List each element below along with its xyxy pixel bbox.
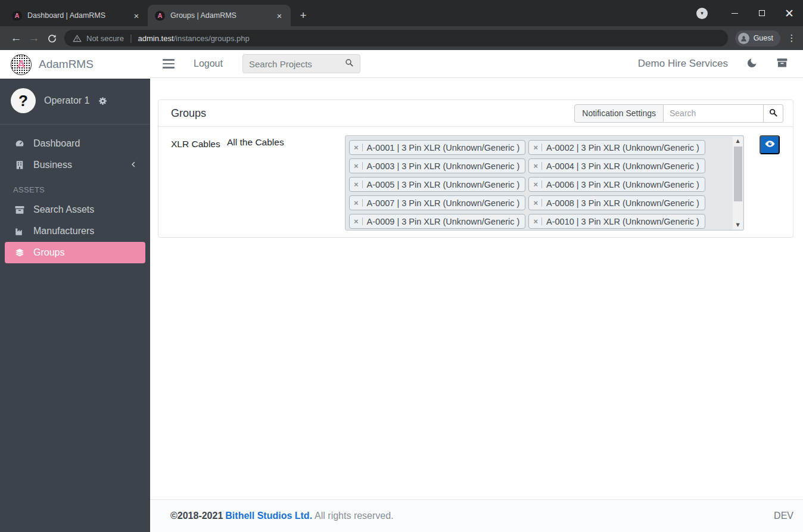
remove-tag-icon[interactable]: ×	[533, 162, 542, 170]
hamburger-menu-icon[interactable]	[163, 59, 175, 69]
browser-menu-icon[interactable]: ⋮	[786, 33, 797, 43]
asset-tag-label: A-0008 | 3 Pin XLR (Unknown/Generic )	[546, 198, 699, 208]
asset-tag: ×A-0006 | 3 Pin XLR (Unknown/Generic )	[528, 177, 705, 192]
brand-name: AdamRMS	[39, 58, 94, 71]
eye-icon	[764, 138, 776, 151]
remove-tag-icon[interactable]: ×	[354, 217, 363, 225]
tab-label: Dashboard | AdamRMS	[27, 11, 127, 20]
app-navbar: Logout Demo Hire Services	[150, 50, 803, 78]
window-close-button[interactable]: ✕	[776, 3, 803, 23]
adamrms-logo: A	[11, 54, 32, 75]
gear-icon[interactable]	[98, 96, 108, 106]
remove-tag-icon[interactable]: ×	[533, 144, 542, 151]
building-icon	[13, 160, 26, 170]
groups-search-button[interactable]	[764, 104, 783, 123]
sidebar-nav: Dashboard Business	[0, 125, 150, 263]
remove-tag-icon[interactable]: ×	[533, 181, 542, 188]
assets-scrollbar[interactable]: ▲ ▼	[733, 136, 743, 229]
project-search[interactable]	[242, 54, 360, 73]
new-tab-button[interactable]: +	[294, 7, 312, 24]
adamrms-favicon: A	[155, 11, 165, 21]
sidebar-item-label: Manufacturers	[33, 226, 94, 237]
url-divider: |	[130, 33, 132, 43]
tab-close-icon[interactable]: ×	[131, 10, 142, 21]
sidebar-item-search-assets[interactable]: Search Assets	[5, 199, 145, 220]
remove-tag-icon[interactable]: ×	[354, 199, 363, 207]
scroll-down-icon[interactable]: ▼	[733, 220, 743, 229]
tab-dashboard[interactable]: A Dashboard | AdamRMS ×	[5, 5, 148, 26]
asset-tag-label: A-0010 | 3 Pin XLR (Unknown/Generic )	[546, 217, 699, 226]
group-row: XLR Cables All the Cables ×A-0001 | 3 Pi…	[158, 127, 793, 237]
asset-tag-label: A-0009 | 3 Pin XLR (Unknown/Generic )	[367, 217, 520, 226]
window-maximize-button[interactable]	[748, 3, 776, 23]
remove-tag-icon[interactable]: ×	[354, 144, 363, 151]
search-icon	[768, 108, 778, 119]
tab-close-icon[interactable]: ×	[274, 10, 285, 21]
reload-icon	[47, 33, 57, 43]
tachometer-icon	[13, 138, 26, 149]
browser-window: A Dashboard | AdamRMS × A Groups | AdamR…	[0, 0, 803, 532]
scrollbar-thumb[interactable]	[734, 147, 742, 201]
user-name: Operator 1	[44, 95, 89, 106]
tab-label: Groups | AdamRMS	[170, 11, 270, 20]
sidebar-item-label: Business	[33, 160, 72, 170]
adamrms-favicon: A	[12, 11, 22, 21]
group-name: XLR Cables	[171, 135, 227, 152]
address-bar[interactable]: Not secure | admin.test /instances/group…	[64, 30, 728, 46]
company-link[interactable]: Bithell Studios Ltd.	[225, 511, 312, 521]
scrollbar-track[interactable]	[733, 145, 743, 220]
remove-tag-icon[interactable]: ×	[533, 217, 542, 225]
not-secure-warning-icon	[73, 34, 82, 43]
layers-icon	[13, 247, 26, 258]
reload-button[interactable]	[43, 29, 61, 47]
forward-button[interactable]: →	[25, 29, 43, 47]
asset-tag-label: A-0002 | 3 Pin XLR (Unknown/Generic )	[546, 143, 699, 153]
groups-search-input[interactable]	[664, 104, 764, 123]
url-path: /instances/groups.php	[174, 34, 250, 43]
sidebar-item-label: Groups	[33, 247, 64, 258]
asset-tag: ×A-0003 | 3 Pin XLR (Unknown/Generic )	[349, 158, 525, 173]
notification-settings-button[interactable]: Notification Settings	[574, 104, 664, 123]
asset-tag: ×A-0004 | 3 Pin XLR (Unknown/Generic )	[528, 158, 705, 173]
media-controls-button[interactable]: ▾	[696, 8, 708, 19]
remove-tag-icon[interactable]: ×	[354, 181, 363, 188]
browser-profile-button[interactable]: Guest	[735, 30, 780, 46]
remove-tag-icon[interactable]: ×	[533, 199, 542, 207]
app-footer: ©2018-2021 Bithell Studios Ltd. All righ…	[150, 499, 803, 532]
dark-mode-moon-icon[interactable]	[746, 57, 758, 71]
sidebar-item-label: Search Assets	[33, 204, 94, 215]
browser-tab-strip: A Dashboard | AdamRMS × A Groups | AdamR…	[0, 0, 803, 26]
asset-tag-label: A-0005 | 3 Pin XLR (Unknown/Generic )	[367, 180, 520, 189]
logout-link[interactable]: Logout	[194, 58, 223, 69]
asset-tag: ×A-0010 | 3 Pin XLR (Unknown/Generic )	[528, 214, 705, 229]
asset-tag-label: A-0001 | 3 Pin XLR (Unknown/Generic )	[367, 143, 520, 153]
back-button[interactable]: ←	[7, 29, 25, 47]
sidebar-item-groups[interactable]: Groups	[5, 242, 145, 263]
sidebar-item-business[interactable]: Business	[5, 154, 145, 176]
sidebar-item-manufacturers[interactable]: Manufacturers	[5, 220, 145, 242]
asset-tag: ×A-0001 | 3 Pin XLR (Unknown/Generic )	[349, 140, 525, 155]
instance-name: Demo Hire Services	[638, 58, 728, 70]
close-icon: ✕	[785, 8, 794, 19]
url-host: admin.test	[138, 34, 174, 43]
asset-tag-label: A-0007 | 3 Pin XLR (Unknown/Generic )	[367, 198, 520, 208]
copyright-years: ©2018-2021	[170, 511, 223, 521]
brand[interactable]: A AdamRMS	[0, 50, 150, 79]
view-group-button[interactable]	[760, 135, 780, 154]
group-description: All the Cables	[227, 135, 345, 148]
group-assets-box[interactable]: ×A-0001 | 3 Pin XLR (Unknown/Generic )×A…	[345, 135, 744, 231]
sidebar-item-dashboard[interactable]: Dashboard	[5, 133, 145, 154]
instance-archive-icon[interactable]	[776, 57, 788, 71]
asset-tag: ×A-0005 | 3 Pin XLR (Unknown/Generic )	[349, 177, 525, 192]
remove-tag-icon[interactable]: ×	[354, 162, 363, 170]
tab-groups[interactable]: A Groups | AdamRMS ×	[148, 5, 291, 26]
security-label: Not secure	[86, 34, 124, 43]
page-title: Groups	[171, 107, 206, 120]
archive-icon	[13, 204, 26, 215]
user-avatar[interactable]: ?	[11, 88, 36, 113]
window-minimize-button[interactable]	[721, 3, 748, 23]
sidebar-section-assets: ASSETS	[5, 176, 145, 199]
scroll-up-icon[interactable]: ▲	[733, 136, 743, 145]
project-search-input[interactable]	[249, 59, 344, 69]
sidebar-item-label: Dashboard	[33, 138, 80, 149]
